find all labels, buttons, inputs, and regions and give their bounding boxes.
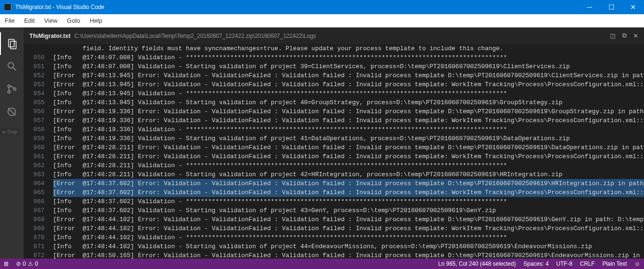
code-line[interactable]: [Error @17:48:13.945] Error: Validation … — [53, 80, 644, 89]
split-editor-icon[interactable]: ◫ — [610, 32, 616, 39]
status-open-remote[interactable]: ⊞ — [4, 260, 9, 267]
line-number: 961 — [24, 152, 44, 161]
code-line[interactable]: [Info @17:48:19.336] Validation - ******… — [53, 125, 644, 134]
code-line[interactable]: [Info @17:48:13.945] Validation - Starti… — [53, 98, 644, 107]
svg-point-6 — [14, 88, 16, 90]
code-line[interactable]: [Error @17:48:37.602] Error: Validation … — [53, 188, 644, 197]
line-number: 952 — [24, 71, 44, 80]
code-line[interactable]: [Error @17:48:37.602] Error: Validation … — [53, 179, 644, 188]
status-spaces[interactable]: Spaces: 4 — [523, 260, 548, 267]
error-count: 0 — [23, 260, 26, 267]
more-actions-icon[interactable]: ⧉ — [622, 32, 626, 39]
tab-filename[interactable]: TfsMigrator.txt — [29, 33, 71, 39]
git-icon[interactable] — [0, 78, 24, 100]
code-line[interactable]: [Info @17:48:44.102] Validation - ******… — [53, 233, 644, 242]
menu-view[interactable]: View — [39, 14, 62, 27]
code-line[interactable]: field. Identity fields must have syncnam… — [53, 44, 644, 53]
code-line[interactable]: [Error @17:48:19.336] Error: Validation … — [53, 107, 644, 116]
code-line[interactable]: [Info @17:48:44.102] Validation - Starti… — [53, 242, 644, 251]
warning-count: 0 — [35, 260, 38, 267]
code-line[interactable]: [Info @17:48:37.602] Validation - Starti… — [53, 206, 644, 215]
error-icon: ⊘ — [16, 260, 21, 267]
line-number: 962 — [24, 161, 44, 170]
code-line[interactable]: [Info @17:48:28.211] Validation - ******… — [53, 161, 644, 170]
status-problems[interactable]: ⊘ 0 ⚠ 0 — [16, 260, 38, 267]
svg-point-5 — [8, 91, 10, 93]
code-line[interactable]: [Info @17:48:13.945] Validation - ******… — [53, 89, 644, 98]
code-line[interactable]: [Info @17:48:07.008] Validation - Starti… — [53, 62, 644, 71]
status-bar: ⊞ ⊘ 0 ⚠ 0 Ln 965, Col 240 (448 selected)… — [0, 259, 644, 269]
line-number: 971 — [24, 242, 44, 251]
svg-rect-0 — [9, 39, 14, 47]
code-line[interactable]: [Info @17:48:19.336] Validation - Starti… — [53, 134, 644, 143]
editor-content[interactable]: 9509519529539549559569579589599609619629… — [24, 44, 644, 259]
line-number: 964 — [24, 179, 44, 188]
menubar: File Edit View Goto Help — [0, 14, 644, 27]
code-line[interactable]: [Error @17:48:44.102] Error: Validation … — [53, 224, 644, 233]
status-lncol[interactable]: Ln 965, Col 240 (448 selected) — [438, 260, 516, 267]
line-number: 968 — [24, 215, 44, 224]
menu-goto[interactable]: Goto — [62, 14, 85, 27]
status-feedback-icon[interactable]: ☺ — [635, 260, 640, 267]
minimize-button[interactable]: ─ — [579, 0, 600, 14]
code-line[interactable]: [Info @17:48:28.211] Validation - Starti… — [53, 170, 644, 179]
line-number: 960 — [24, 143, 44, 152]
code-line[interactable]: [Error @17:48:50.165] Error: Validation … — [53, 251, 644, 259]
status-language[interactable]: Plain Text — [602, 260, 627, 267]
line-number: 951 — [24, 62, 44, 71]
line-number: 967 — [24, 206, 44, 215]
menu-edit[interactable]: Edit — [19, 14, 39, 27]
line-number: 969 — [24, 224, 44, 233]
line-number: 957 — [24, 116, 44, 125]
line-number: 970 — [24, 233, 44, 242]
line-number: 950 — [24, 53, 44, 62]
search-icon[interactable] — [0, 55, 24, 78]
svg-point-4 — [8, 85, 10, 88]
line-number: 953 — [24, 80, 44, 89]
line-number: 963 — [24, 170, 44, 179]
maximize-button[interactable]: ☐ — [600, 0, 622, 14]
warning-icon: ⚠ — [28, 260, 33, 267]
line-number: 959 — [24, 134, 44, 143]
close-tab-icon[interactable]: ✕ — [633, 32, 638, 39]
line-number: 965 — [24, 188, 44, 197]
code-line[interactable]: [Error @17:48:19.336] Error: Validation … — [53, 116, 644, 125]
line-number: 958 — [24, 125, 44, 134]
code-line[interactable]: [Error @17:48:13.945] Error: Validation … — [53, 71, 644, 80]
window-title: TfsMigrator.txt - Visual Studio Code — [15, 4, 579, 10]
activity-bar — [0, 27, 24, 259]
code-line[interactable]: [Info @17:48:37.602] Validation - ******… — [53, 197, 644, 206]
line-number: 954 — [24, 89, 44, 98]
tab-bar: TfsMigrator.txt C:\Users\dahellem\AppDat… — [24, 27, 644, 44]
app-icon — [4, 3, 11, 11]
svg-line-3 — [13, 68, 16, 71]
line-number-gutter: 9509519529539549559569579589599609619629… — [24, 44, 53, 259]
line-number: 956 — [24, 107, 44, 116]
menu-help[interactable]: Help — [85, 14, 107, 27]
close-button[interactable]: ✕ — [622, 0, 644, 14]
code-line[interactable]: [Info @17:48:07.008] Validation - ******… — [53, 53, 644, 62]
svg-point-2 — [8, 63, 14, 68]
code-line[interactable]: [Error @17:48:28.211] Error: Validation … — [53, 152, 644, 161]
debug-icon[interactable] — [0, 100, 24, 123]
editor-area: TfsMigrator.txt C:\Users\dahellem\AppDat… — [24, 27, 644, 259]
line-number: 966 — [24, 197, 44, 206]
code-line[interactable]: [Error @17:48:28.211] Error: Validation … — [53, 143, 644, 152]
window-controls: ─ ☐ ✕ — [579, 0, 644, 14]
svg-rect-1 — [10, 41, 16, 49]
menu-file[interactable]: File — [0, 14, 19, 27]
status-encoding[interactable]: UTF-8 — [556, 260, 573, 267]
code-line[interactable]: [Error @17:48:44.102] Error: Validation … — [53, 215, 644, 224]
line-number: 972 — [24, 251, 44, 259]
tab-path: C:\Users\dahellem\AppData\Local\Temp\Tem… — [74, 33, 316, 39]
line-number: 955 — [24, 98, 44, 107]
status-eol[interactable]: CRLF — [580, 260, 595, 267]
titlebar[interactable]: TfsMigrator.txt - Visual Studio Code ─ ☐… — [0, 0, 644, 14]
code-lines[interactable]: field. Identity fields must have syncnam… — [53, 44, 644, 259]
explorer-icon[interactable] — [0, 32, 24, 55]
